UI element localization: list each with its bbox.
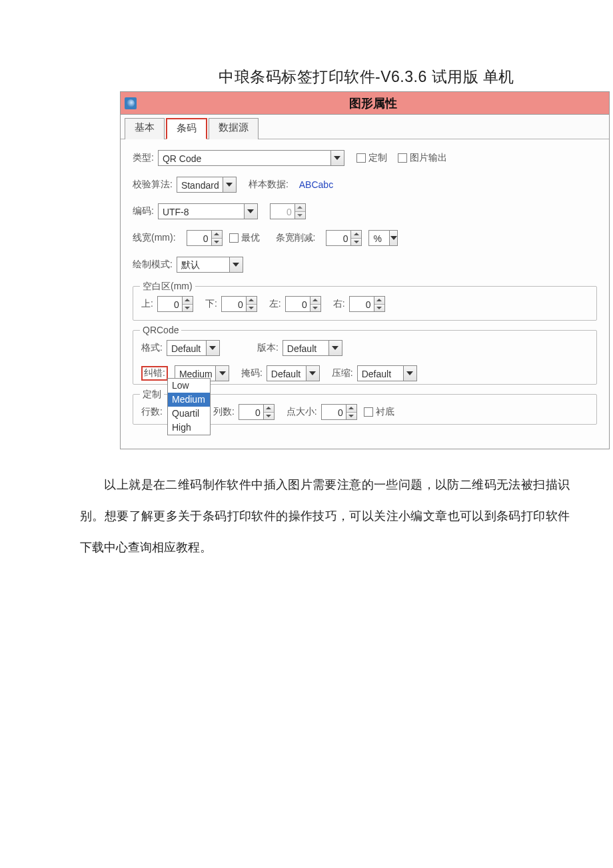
app-icon	[125, 97, 137, 109]
margin-right-label: 右:	[333, 298, 345, 310]
spin-down-icon[interactable]	[247, 305, 257, 312]
barcode-panel: 类型: QR Code 定制 图片输出	[121, 139, 609, 449]
spin-down-icon[interactable]	[310, 305, 320, 312]
drawmode-combo[interactable]: 默认	[177, 257, 243, 273]
chevron-down-icon[interactable]	[403, 366, 416, 381]
image-output-checkbox[interactable]: 图片输出	[398, 152, 451, 164]
ecc-label-highlight: 纠错:	[141, 366, 168, 381]
cols-label: 列数:	[213, 406, 235, 418]
dialog-title: 图形属性	[141, 95, 605, 111]
spin-down-icon[interactable]	[351, 239, 361, 246]
format-combo[interactable]: Default	[167, 340, 220, 356]
version-combo[interactable]: Default	[283, 340, 342, 356]
linewidth-label: 线宽(mm):	[133, 232, 176, 244]
checkbox-icon	[356, 153, 366, 163]
reduce-spinner[interactable]: 0	[326, 230, 362, 246]
margin-left-spinner[interactable]: 0	[285, 296, 321, 312]
tab-barcode[interactable]: 条码	[166, 118, 207, 139]
sample-value: ABCabc	[299, 179, 333, 190]
chevron-down-icon[interactable]	[389, 231, 397, 245]
compress-combo[interactable]: Default	[357, 365, 417, 381]
linewidth-spinner[interactable]: 0	[187, 230, 223, 246]
spin-down-icon[interactable]	[264, 413, 274, 420]
spin-down-icon[interactable]	[295, 212, 305, 219]
chevron-down-icon[interactable]	[215, 366, 229, 381]
tab-datasource[interactable]: 数据源	[209, 118, 259, 139]
tabs-bar: 基本 条码 数据源	[121, 115, 609, 139]
chevron-down-icon[interactable]	[330, 151, 344, 165]
spin-up-icon[interactable]	[212, 231, 222, 239]
spin-up-icon[interactable]	[183, 297, 193, 305]
chevron-down-icon[interactable]	[328, 341, 342, 355]
custom-checkbox[interactable]: 定制	[356, 152, 391, 164]
reduce-unit-value: %	[369, 231, 389, 245]
drawmode-value: 默认	[177, 257, 204, 272]
rows-label: 行数:	[141, 406, 163, 418]
format-label: 格式:	[141, 342, 163, 354]
encoding-value: UTF-8	[159, 204, 193, 219]
spin-up-icon[interactable]	[264, 405, 274, 413]
tab-basic[interactable]: 基本	[125, 118, 165, 139]
qrcode-fieldset: QRCode 格式: Default 版本: Default	[133, 330, 597, 385]
spin-up-icon[interactable]	[310, 297, 320, 305]
spin-up-icon[interactable]	[247, 297, 257, 305]
spin-down-icon[interactable]	[374, 305, 384, 312]
encoding-extra-spinner[interactable]: 0	[270, 203, 306, 219]
encoding-combo[interactable]: UTF-8	[158, 203, 258, 219]
ecc-option-high[interactable]: High	[168, 421, 210, 435]
chevron-down-icon[interactable]	[206, 341, 219, 355]
article-text: 以上就是在二维码制作软件中插入图片需要注意的一些问题，以防二维码无法被扫描识别。…	[80, 478, 570, 554]
reduce-label: 条宽削减:	[276, 232, 316, 244]
margin-fieldset: 空白区(mm) 上: 0 下: 0 左: 0	[133, 286, 597, 321]
chevron-down-icon[interactable]	[306, 366, 319, 381]
spin-up-icon[interactable]	[351, 231, 361, 239]
spin-up-icon[interactable]	[295, 204, 305, 212]
type-value: QR Code	[159, 151, 205, 165]
cols-spinner[interactable]: 0	[239, 404, 275, 420]
basefill-checkbox[interactable]: 衬底	[364, 406, 398, 418]
chevron-down-icon[interactable]	[223, 177, 236, 192]
ecc-label: 纠错:	[144, 367, 165, 378]
check-alg-combo[interactable]: Standard	[177, 177, 237, 193]
chevron-down-icon[interactable]	[229, 257, 243, 272]
best-checkbox[interactable]: 最优	[229, 232, 264, 244]
checkbox-icon	[398, 153, 407, 163]
sample-label: 样本数据:	[249, 179, 289, 191]
spin-up-icon[interactable]	[346, 405, 356, 413]
margin-bottom-label: 下:	[205, 298, 217, 310]
dialog-titlebar: 图形属性	[121, 92, 609, 115]
compress-value: Default	[358, 366, 395, 381]
margin-top-label: 上:	[141, 298, 153, 310]
ecc-option-low[interactable]: Low	[168, 379, 210, 393]
qrcode-legend: QRCode	[140, 325, 181, 335]
version-value: Default	[283, 341, 320, 355]
ecc-option-quartil[interactable]: Quartil	[168, 407, 210, 421]
chevron-down-icon[interactable]	[244, 204, 257, 219]
custom-legend: 定制	[140, 389, 164, 401]
version-label: 版本:	[257, 342, 279, 354]
spin-down-icon[interactable]	[346, 413, 356, 420]
type-label: 类型:	[133, 152, 154, 164]
article-paragraph: 以上就是在二维码制作软件中插入图片需要注意的一些问题，以防二维码无法被扫描识别。…	[80, 469, 570, 563]
reduce-unit-combo[interactable]: %	[368, 230, 398, 246]
spin-up-icon[interactable]	[374, 297, 384, 305]
margin-legend: 空白区(mm)	[140, 281, 195, 293]
checkbox-icon	[364, 407, 373, 417]
check-alg-label: 校验算法:	[133, 179, 173, 191]
mask-combo[interactable]: Default	[267, 365, 320, 381]
mask-label: 掩码:	[241, 367, 263, 379]
dotsize-label: 点大小:	[287, 406, 317, 418]
ecc-option-medium[interactable]: Medium	[168, 393, 210, 407]
mask-value: Default	[267, 366, 305, 381]
drawmode-label: 绘制模式:	[133, 259, 173, 271]
spin-down-icon[interactable]	[183, 305, 193, 312]
type-combo[interactable]: QR Code	[158, 150, 344, 166]
margin-right-spinner[interactable]: 0	[349, 296, 385, 312]
margin-bottom-spinner[interactable]: 0	[221, 296, 257, 312]
margin-top-spinner[interactable]: 0	[157, 296, 193, 312]
dotsize-spinner[interactable]: 0	[321, 404, 357, 420]
checkbox-icon	[229, 233, 239, 243]
spin-down-icon[interactable]	[212, 239, 222, 246]
app-window-title: 中琅条码标签打印软件-V6.3.6 试用版 单机	[0, 67, 613, 87]
ecc-dropdown-list[interactable]: Low Medium Quartil High	[167, 378, 211, 435]
